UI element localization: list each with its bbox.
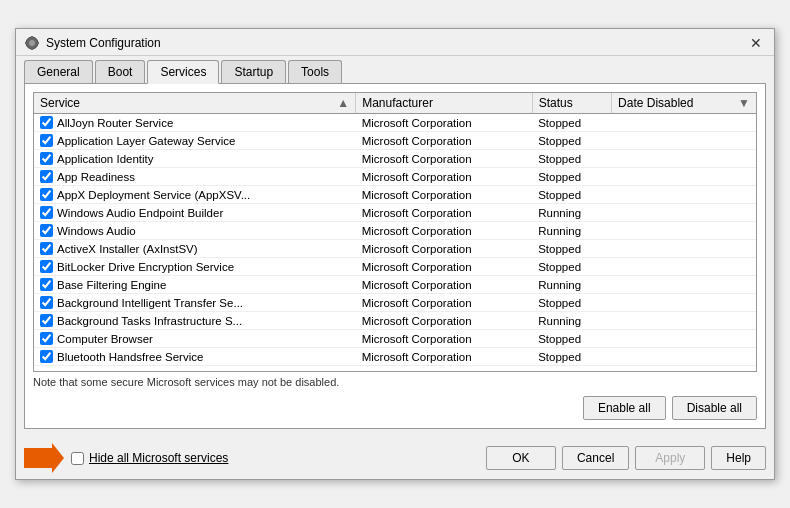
enable-all-button[interactable]: Enable all xyxy=(583,396,666,420)
tab-general[interactable]: General xyxy=(24,60,93,83)
service-checkbox[interactable] xyxy=(40,314,53,327)
status-cell: Stopped xyxy=(532,132,611,150)
date-cell xyxy=(612,222,756,240)
orange-arrow-left xyxy=(24,443,64,473)
tab-boot[interactable]: Boot xyxy=(95,60,146,83)
status-cell: Stopped xyxy=(532,348,611,366)
table-row: Windows AudioMicrosoft CorporationRunnin… xyxy=(34,222,756,240)
status-cell: Stopped xyxy=(532,294,611,312)
service-checkbox[interactable] xyxy=(40,116,53,129)
sort-arrow-date: ▼ xyxy=(738,96,750,110)
service-checkbox[interactable] xyxy=(40,242,53,255)
service-checkbox[interactable] xyxy=(40,134,53,147)
service-cell: BitLocker Drive Encryption Service xyxy=(34,258,356,276)
table-row: Computer BrowserMicrosoft CorporationSto… xyxy=(34,330,756,348)
date-cell xyxy=(612,186,756,204)
status-cell: Stopped xyxy=(532,258,611,276)
service-checkbox[interactable] xyxy=(40,206,53,219)
hide-ms-checkbox[interactable] xyxy=(71,452,84,465)
disable-all-button[interactable]: Disable all xyxy=(672,396,757,420)
service-cell: Application Layer Gateway Service xyxy=(34,132,356,150)
service-cell: Base Filtering Engine xyxy=(34,276,356,294)
table-row: App ReadinessMicrosoft CorporationStoppe… xyxy=(34,168,756,186)
enable-disable-row: Enable all Disable all xyxy=(33,396,757,420)
status-cell: Running xyxy=(532,204,611,222)
date-cell xyxy=(612,114,756,132)
svg-point-1 xyxy=(29,40,35,46)
col-date-disabled[interactable]: Date Disabled ▼ xyxy=(612,93,756,114)
action-buttons: OK Cancel Apply Help xyxy=(486,446,766,470)
service-name: BitLocker Drive Encryption Service xyxy=(57,261,234,273)
services-table: Service ▲ Manufacturer Status Date Disab… xyxy=(34,93,756,366)
tab-services[interactable]: Services xyxy=(147,60,219,84)
tab-startup[interactable]: Startup xyxy=(221,60,286,83)
svg-rect-5 xyxy=(36,42,39,44)
service-name: Base Filtering Engine xyxy=(57,279,166,291)
manufacturer-cell: Microsoft Corporation xyxy=(356,114,532,132)
service-checkbox[interactable] xyxy=(40,350,53,363)
status-cell: Stopped xyxy=(532,240,611,258)
manufacturer-cell: Microsoft Corporation xyxy=(356,168,532,186)
service-checkbox[interactable] xyxy=(40,296,53,309)
svg-rect-4 xyxy=(25,42,28,44)
service-cell: AppX Deployment Service (AppXSV... xyxy=(34,186,356,204)
table-row: Background Tasks Infrastructure S...Micr… xyxy=(34,312,756,330)
table-row: Bluetooth Handsfree ServiceMicrosoft Cor… xyxy=(34,348,756,366)
content-area: Service ▲ Manufacturer Status Date Disab… xyxy=(33,92,757,420)
table-row: AllJoyn Router ServiceMicrosoft Corporat… xyxy=(34,114,756,132)
close-button[interactable]: ✕ xyxy=(746,36,766,50)
manufacturer-cell: Microsoft Corporation xyxy=(356,240,532,258)
date-cell xyxy=(612,150,756,168)
service-checkbox[interactable] xyxy=(40,224,53,237)
service-name: Background Tasks Infrastructure S... xyxy=(57,315,242,327)
service-cell: Bluetooth Handsfree Service xyxy=(34,348,356,366)
tab-bar: General Boot Services Startup Tools xyxy=(16,56,774,83)
col-service[interactable]: Service ▲ xyxy=(34,93,356,114)
service-cell: Windows Audio xyxy=(34,222,356,240)
col-manufacturer[interactable]: Manufacturer xyxy=(356,93,532,114)
service-name: Background Intelligent Transfer Se... xyxy=(57,297,243,309)
service-checkbox[interactable] xyxy=(40,170,53,183)
bottom-bar: Hide all Microsoft services OK Cancel Ap… xyxy=(16,437,774,479)
table-row: Windows Audio Endpoint BuilderMicrosoft … xyxy=(34,204,756,222)
tab-tools[interactable]: Tools xyxy=(288,60,342,83)
service-checkbox[interactable] xyxy=(40,278,53,291)
service-cell: Windows Audio Endpoint Builder xyxy=(34,204,356,222)
service-name: App Readiness xyxy=(57,171,135,183)
manufacturer-cell: Microsoft Corporation xyxy=(356,348,532,366)
apply-button[interactable]: Apply xyxy=(635,446,705,470)
svg-rect-2 xyxy=(31,36,33,39)
services-table-wrapper[interactable]: Service ▲ Manufacturer Status Date Disab… xyxy=(33,92,757,372)
service-name: Application Layer Gateway Service xyxy=(57,135,235,147)
date-cell xyxy=(612,132,756,150)
service-checkbox[interactable] xyxy=(40,332,53,345)
status-cell: Running xyxy=(532,312,611,330)
service-checkbox[interactable] xyxy=(40,260,53,273)
status-cell: Running xyxy=(532,276,611,294)
title-bar: System Configuration ✕ xyxy=(16,29,774,56)
help-button[interactable]: Help xyxy=(711,446,766,470)
service-checkbox[interactable] xyxy=(40,152,53,165)
date-cell xyxy=(612,312,756,330)
service-name: ActiveX Installer (AxInstSV) xyxy=(57,243,198,255)
col-status[interactable]: Status xyxy=(532,93,611,114)
ok-button[interactable]: OK xyxy=(486,446,556,470)
service-cell: Background Tasks Infrastructure S... xyxy=(34,312,356,330)
table-row: Base Filtering EngineMicrosoft Corporati… xyxy=(34,276,756,294)
table-row: BitLocker Drive Encryption ServiceMicros… xyxy=(34,258,756,276)
sort-arrow-service: ▲ xyxy=(337,96,349,110)
hide-ms-label[interactable]: Hide all Microsoft services xyxy=(89,451,228,465)
cancel-button[interactable]: Cancel xyxy=(562,446,629,470)
date-cell xyxy=(612,240,756,258)
table-row: Background Intelligent Transfer Se...Mic… xyxy=(34,294,756,312)
manufacturer-cell: Microsoft Corporation xyxy=(356,222,532,240)
date-cell xyxy=(612,276,756,294)
app-icon xyxy=(24,35,40,51)
svg-rect-3 xyxy=(31,47,33,50)
service-checkbox[interactable] xyxy=(40,188,53,201)
manufacturer-cell: Microsoft Corporation xyxy=(356,276,532,294)
date-cell xyxy=(612,204,756,222)
service-cell: AllJoyn Router Service xyxy=(34,114,356,132)
service-cell: App Readiness xyxy=(34,168,356,186)
status-cell: Stopped xyxy=(532,168,611,186)
